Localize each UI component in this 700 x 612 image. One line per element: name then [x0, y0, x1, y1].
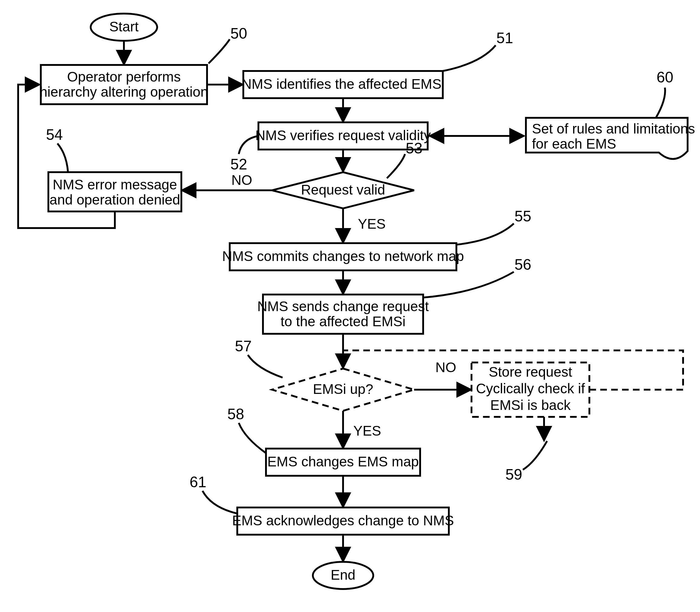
- node-54-line1: NMS error message: [53, 177, 177, 192]
- node-54-line2: and operation denied: [50, 192, 180, 208]
- node-59-line1: Store request: [489, 364, 572, 380]
- node-61-text: EMS acknowledges change to NMS: [232, 513, 454, 528]
- ref-60: 60: [657, 69, 673, 86]
- node-55-text: NMS commits changes to network map: [222, 248, 464, 264]
- node-57-text: EMSi up?: [313, 381, 373, 397]
- node-59-line2: Cyclically check if: [476, 380, 585, 396]
- node-60-line1: Set of rules and limitations: [532, 121, 695, 137]
- ref-51: 51: [496, 30, 513, 46]
- node-50-line1: Operator performs: [67, 69, 181, 85]
- node-58-text: EMS changes EMS map: [267, 454, 418, 470]
- start-label: Start: [109, 19, 138, 34]
- node-56-line2: to the affected EMSi: [280, 314, 405, 329]
- ref-56: 56: [514, 256, 531, 273]
- ref-53: 53: [406, 140, 423, 157]
- ref-54: 54: [46, 126, 63, 143]
- node-52-text: NMS verifies request validity: [256, 127, 431, 143]
- node-60-line2: for each EMS: [532, 136, 616, 152]
- ref-55: 55: [514, 208, 531, 225]
- flowchart-diagram: Start Operator performs hierarchy alteri…: [0, 0, 700, 612]
- node-59-line3: EMSi is back: [490, 397, 571, 413]
- end-label: End: [331, 567, 355, 583]
- node-53-text: Request valid: [301, 182, 385, 197]
- branch-yes-53: YES: [358, 216, 386, 232]
- ref-52: 52: [230, 156, 247, 173]
- ref-59: 59: [505, 466, 522, 483]
- branch-no-53: NO: [232, 172, 252, 188]
- node-51-text: NMS identifies the affected EMSi: [242, 76, 444, 92]
- ref-61: 61: [190, 474, 206, 490]
- node-50-line2: hierarchy altering operation: [40, 84, 208, 100]
- ref-58: 58: [227, 406, 244, 422]
- branch-yes-57: YES: [353, 423, 381, 439]
- branch-no-57: NO: [436, 360, 456, 375]
- node-56-line1: NMS sends change request: [257, 298, 429, 314]
- ref-57: 57: [235, 338, 252, 354]
- ref-50: 50: [230, 25, 247, 42]
